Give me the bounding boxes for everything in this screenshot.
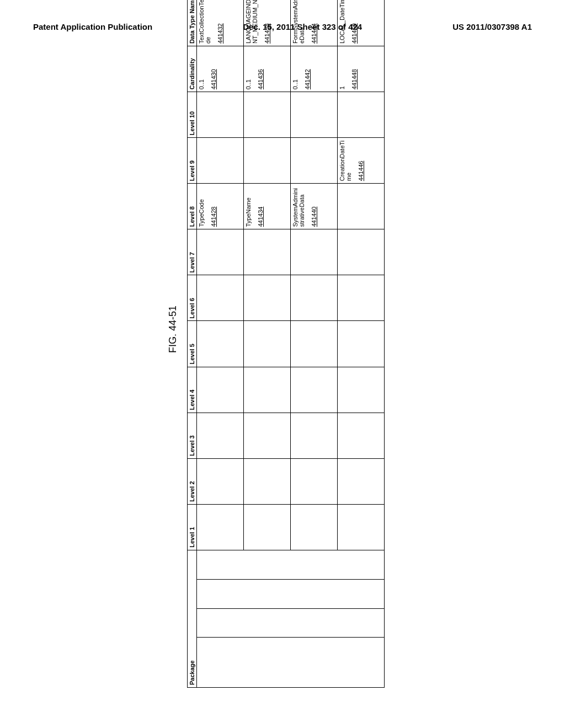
data-table: Package Level 1 Level 2 Level 3 Level 4 … [187, 0, 385, 688]
col-level6: Level 6 [188, 275, 197, 321]
col-level3: Level 3 [188, 413, 197, 458]
col-level10: Level 10 [188, 92, 197, 138]
col-datatype: Data Type Name [188, 0, 197, 46]
col-level9: Level 9 [188, 138, 197, 184]
cell-cardinality: 0..1441436 [244, 46, 291, 92]
figure-label: FIG. 44-51 [167, 0, 179, 688]
cell-cardinality: 1441448 [338, 46, 385, 92]
cell-datatype: LANGUAGEINDEPENDENT_MEDIUM_Name441438 [244, 0, 291, 46]
col-level1: Level 1 [188, 504, 197, 550]
col-level8: Level 8 [188, 184, 197, 229]
col-cardinality: Cardinality [188, 46, 197, 92]
cell-level8: SystemAdministrativeData441440 [291, 184, 338, 229]
col-level5: Level 5 [188, 321, 197, 367]
col-package: Package [188, 550, 197, 687]
table-header-row: Package Level 1 Level 2 Level 3 Level 4 … [188, 0, 197, 688]
header-left: Patent Application Publication [33, 22, 152, 31]
cell-level9: CreationDateTime441446 [338, 138, 385, 184]
cell-level8: TypeCode441428 [197, 184, 244, 229]
col-level7: Level 7 [188, 229, 197, 275]
cell-datatype: FormSystemAdministrativeData441444 [291, 0, 338, 46]
col-level4: Level 4 [188, 367, 197, 413]
cell-cardinality: 0..1441430 [197, 46, 244, 92]
cell-level8: TypeName441434 [244, 184, 291, 229]
header-right: US 2011/0307398 A1 [452, 22, 532, 31]
cell-cardinality: 0..1441442 [291, 46, 338, 92]
figure-container: FIG. 44-51 Package Level 1 Level 2 Level… [167, 0, 385, 688]
cell-datatype: LOCAL_DateTime441450 [338, 0, 385, 46]
col-level2: Level 2 [188, 458, 197, 504]
cell-datatype: TextCollectionTextTypeCode441432 [197, 0, 244, 46]
table-row: TypeCode441428 0..1441430 TextCollection… [197, 0, 244, 688]
